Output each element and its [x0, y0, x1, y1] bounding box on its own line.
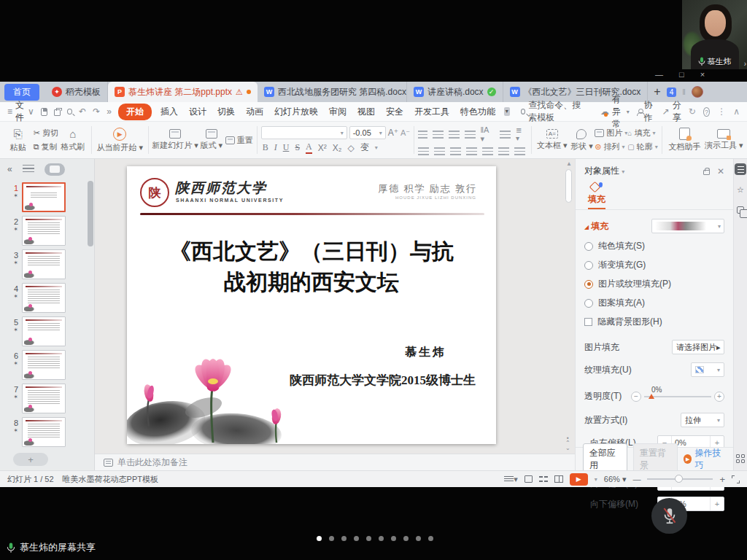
outline-view-icon[interactable] [23, 165, 34, 174]
pagination-dot[interactable] [416, 536, 421, 541]
normal-view-icon[interactable] [525, 475, 533, 483]
slide-thumbnail-5[interactable]: 5✶ [0, 316, 94, 346]
collapse-ribbon-icon[interactable]: ∧ [733, 106, 740, 117]
play-options-icon[interactable]: ▾ [595, 476, 597, 483]
pagination-dot[interactable] [341, 536, 347, 541]
format-painter-button[interactable]: ⌂ 格式刷 [58, 128, 88, 152]
pagination-dot[interactable] [403, 536, 409, 541]
tab-docer-templates[interactable]: ✦ 稻壳模板 [45, 82, 108, 102]
pagination-dot[interactable] [366, 536, 371, 541]
cut-button[interactable]: ✂剪切 [34, 128, 58, 139]
transparency-slider[interactable]: 0% [644, 396, 711, 397]
scrollbar-thumb[interactable] [565, 169, 572, 203]
zoom-knob[interactable] [675, 475, 683, 483]
slideshow-play-button[interactable]: ▶ [570, 473, 588, 486]
zoom-out-icon[interactable]: — [632, 475, 640, 483]
slide-thumbnail-8[interactable]: 8✶ [0, 417, 94, 447]
help-icon[interactable]: ? [703, 107, 710, 117]
redo-icon[interactable]: ↷ [93, 106, 100, 117]
slide-thumbnail-3[interactable]: 3✶ [0, 249, 94, 279]
menu-item-home[interactable]: 开始 [118, 104, 152, 120]
picture-button[interactable]: 图片 ▾ [595, 128, 627, 139]
zoom-slider[interactable] [647, 478, 713, 480]
sync-icon[interactable]: ↻ [689, 106, 696, 117]
fill-section-header[interactable]: ◢填充 [584, 220, 608, 233]
collaborate-button[interactable]: 协作 [637, 99, 655, 124]
font-size-select[interactable]: -0.05▾ [349, 126, 386, 139]
option-solid-fill[interactable]: 纯色填充(S) [584, 240, 724, 252]
slide-editor-canvas[interactable]: 陕 陕西师范大学 SHAANXI NORMAL UNIVERSITY 厚德 积学… [95, 159, 575, 454]
menu-item-animation[interactable]: 动画 [244, 104, 266, 120]
text-effect-button[interactable]: 变 [360, 141, 369, 154]
layout-button[interactable]: 版式 ▾ [198, 129, 225, 151]
text-direction-icon[interactable]: ‖A ▾ [481, 125, 495, 144]
zoom-in-icon[interactable]: + [719, 474, 725, 485]
file-menu[interactable]: ≡ 文件 ∨ [7, 99, 34, 124]
doc-assistant-button[interactable]: 文档助手 [666, 128, 704, 152]
pagination-dots[interactable] [317, 536, 433, 541]
pagination-dot[interactable] [329, 536, 334, 541]
save-icon[interactable] [41, 108, 47, 116]
collapse-panel-icon[interactable]: « [7, 164, 12, 174]
option-hide-background[interactable]: 隐藏背景图形(H) [584, 316, 724, 328]
home-tab[interactable]: 首页 [4, 84, 39, 101]
outline-button[interactable]: ▢轮廓 ▾ [627, 141, 657, 152]
close-panel-icon[interactable]: ✕ [717, 166, 724, 176]
more-menu-icon[interactable]: ⋮ [717, 106, 726, 117]
shapes-button[interactable]: 形状 ▾ [569, 129, 595, 152]
pagination-dot[interactable] [379, 536, 384, 541]
notes-bar[interactable]: 单击此处添加备注 [95, 454, 575, 470]
tab-word-doc-2[interactable]: W 讲座讲稿.docx ✓ [407, 82, 503, 102]
slide-canvas[interactable]: 陕 陕西师范大学 SHAANXI NORMAL UNIVERSITY 厚德 积学… [127, 166, 496, 444]
align-left-icon[interactable] [418, 147, 429, 155]
slide-thumbnail-6[interactable]: 6✶ [0, 350, 94, 380]
slide-thumbnail-4[interactable]: 4✶ [0, 283, 94, 313]
text-box-button[interactable]: A= 文本框 ▾ [535, 129, 569, 151]
command-search[interactable]: 查找命令、搜索模板 [516, 98, 592, 125]
object-properties-rail-icon[interactable] [735, 163, 746, 175]
expand-video-icon[interactable]: › [744, 60, 746, 68]
features-dropdown-icon[interactable]: ▾ [504, 107, 510, 116]
microphone-muted-button[interactable] [651, 498, 687, 534]
undo-icon[interactable]: ↶ [79, 106, 86, 117]
align-right-icon[interactable] [450, 147, 461, 155]
option-pattern-fill[interactable]: 图案填充(A) [584, 297, 724, 309]
present-tools-button[interactable]: 演示工具 ▾ [703, 129, 744, 151]
option-gradient-fill[interactable]: 渐变填充(G) [584, 259, 724, 271]
add-slide-button[interactable]: + [13, 453, 48, 466]
pagination-dot[interactable] [354, 536, 359, 541]
font-color-button[interactable]: A [306, 141, 312, 154]
reset-button[interactable]: 重置 [225, 135, 253, 146]
new-slide-button[interactable]: 新建幻灯片 ▾ [152, 129, 198, 151]
menu-item-insert[interactable]: 插入 [158, 104, 180, 120]
fill-tab[interactable]: 填充 [584, 182, 609, 209]
font-name-select[interactable]: ▾ [261, 126, 347, 139]
zoom-level[interactable]: 66% ▾ [604, 475, 627, 484]
underline-button[interactable]: U [283, 142, 290, 153]
thumbnail-view-toggle[interactable] [44, 163, 65, 176]
notes-toggle-icon[interactable]: ▾ [504, 475, 518, 484]
sync-status[interactable]: ☁ 有异常 ▾ [600, 93, 630, 131]
clear-format-button[interactable]: ◇ [347, 143, 354, 153]
menu-item-security[interactable]: 安全 [384, 104, 406, 120]
placement-select[interactable]: 拉伸▾ [681, 413, 724, 427]
scroll-up-icon[interactable]: ▲ [566, 160, 572, 167]
print-icon[interactable] [54, 109, 61, 116]
subscript-button[interactable]: X₂ [333, 143, 342, 153]
slide-thumbnail-1[interactable]: 1✶ [0, 182, 94, 212]
menu-item-features[interactable]: 特色功能 [458, 104, 498, 120]
close-icon[interactable]: × [700, 70, 705, 79]
print-preview-icon[interactable] [67, 109, 72, 114]
slide-sorter-icon[interactable] [539, 475, 548, 483]
fill-preview-dropdown[interactable]: ▾ [651, 219, 724, 233]
paste-button[interactable]: ⎘ 粘贴 [3, 128, 34, 153]
slider-marker-icon[interactable] [649, 394, 654, 399]
bold-button[interactable]: B [263, 142, 268, 153]
share-button[interactable]: ↗ 分享 [662, 99, 681, 124]
slide-nav-buttons[interactable]: ▪⌃⌄ [565, 435, 570, 451]
option-picture-texture-fill[interactable]: 图片或纹理填充(P) [584, 278, 724, 290]
pagination-dot[interactable] [391, 536, 396, 541]
slide-thumbnail-7[interactable]: 7✶ [0, 384, 94, 413]
play-from-current-button[interactable]: ▶ 从当前开始 ▾ [96, 128, 144, 153]
tab-word-doc-1[interactable]: W 西北战地服务团研究 第四稿.docx [258, 82, 407, 102]
